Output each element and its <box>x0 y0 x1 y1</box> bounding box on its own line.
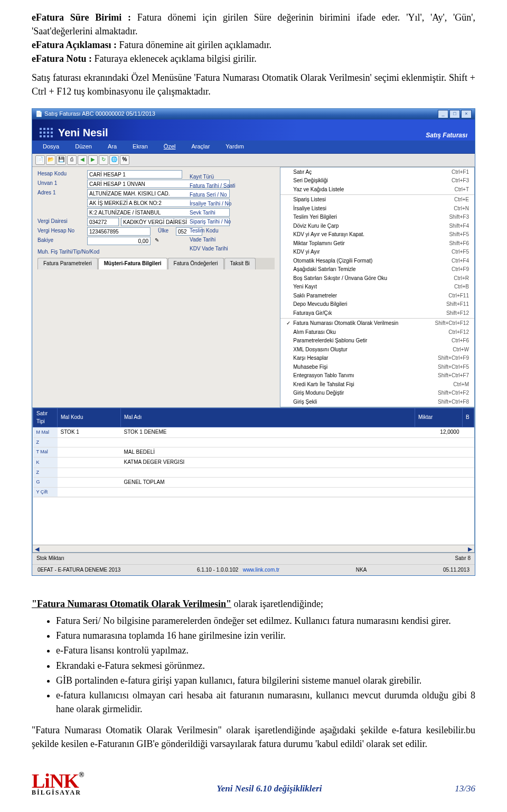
menu-dosya[interactable]: Dosya <box>43 143 59 151</box>
maximize-button[interactable]: □ <box>449 110 460 118</box>
table-row[interactable]: Z <box>33 437 474 447</box>
menu-araclar[interactable]: Araçlar <box>191 143 210 151</box>
ozel-menu-item[interactable]: Boş Satırları Sıkıştır / Ünvana Göre Oku… <box>280 274 474 283</box>
col-mal-adi[interactable]: Mal Adı <box>121 408 415 427</box>
col-miktar[interactable]: Miktar <box>415 408 463 427</box>
ozel-menu-item[interactable]: Faturaya Gir/ÇıkShift+F12 <box>280 309 474 318</box>
col-mal-kodu[interactable]: Mal Kodu <box>58 408 121 427</box>
ozel-menu-item[interactable]: Satır AçCtrl+F1 <box>280 168 474 177</box>
section-term: "Fatura Numarası Otomatik Olarak Verilme… <box>32 599 231 609</box>
status-bar: Stok Miktarı Satır 8 <box>32 553 475 564</box>
tab-parametreler[interactable]: Fatura Parametreleri <box>37 258 98 269</box>
minimize-button[interactable]: _ <box>438 110 448 118</box>
menu-ara[interactable]: Ara <box>108 143 117 151</box>
refresh-icon[interactable]: ↻ <box>99 155 108 165</box>
menu-duzen[interactable]: Düzen <box>75 143 92 151</box>
label-ulke: Ülke <box>153 227 174 235</box>
version-bar: 0EFAT - E-FATURA DENEME 2013 6.1.10 - 1.… <box>32 564 475 576</box>
ozel-menu-item[interactable]: Aşağıdaki Satırları TemizleCtrl+F9 <box>280 265 474 274</box>
menu-yardim[interactable]: Yardım <box>226 143 244 151</box>
footer-page: 13/36 <box>455 782 475 796</box>
label-vergid: Vergi Dairesi <box>37 218 85 226</box>
ver-left: 0EFAT - E-FATURA DENEME 2013 <box>37 566 120 574</box>
open-icon[interactable]: 📂 <box>46 155 55 165</box>
term-aciklama: eFatura Açıklaması : <box>32 40 117 50</box>
field-hesap[interactable]: CARİ HESAP 1 <box>87 170 182 179</box>
text-p3: Faturaya eklenecek açıklama bilgisi giri… <box>92 53 257 64</box>
ozel-menu-item[interactable]: Entegrasyon Tablo TanımıShift+Ctrl+F7 <box>280 371 474 380</box>
ozel-menu-item[interactable]: ✓Fatura Numarası Otomatik Olarak Verilme… <box>280 319 474 328</box>
intro-p1: eFatura Süre Birimi : Fatura dönemi için… <box>32 11 475 38</box>
logo-subtitle: BİLGİSAYAR <box>32 790 83 796</box>
ozel-menu-item[interactable]: Saklı ParametrelerCtrl+F11 <box>280 292 474 301</box>
ozel-menu-item[interactable]: Giriş Modunu DeğiştirShift+Ctrl+F2 <box>280 389 474 398</box>
tab-strip: Fatura Parametreleri Müşteri-Fatura Bilg… <box>37 258 275 269</box>
print-icon[interactable]: ⎙ <box>67 155 77 165</box>
intro-p2: eFatura Açıklaması : Fatura dönemine ait… <box>32 38 475 52</box>
ozel-menu-item[interactable]: Döviz Kuru ile ÇarpShift+F4 <box>280 222 474 231</box>
scroll-left-icon[interactable]: ◀ <box>35 545 39 552</box>
title-bar: 📄 Satış Faturası ABC 000000002 05/11/201… <box>32 109 475 119</box>
data-grid: Satır Tipi Mal Kodu Mal Adı Miktar B M M… <box>32 407 475 553</box>
pencil-icon[interactable]: ✎ <box>155 237 159 245</box>
ozel-menu-item[interactable]: Seri DeğişikliğiCtrl+F3 <box>280 176 474 185</box>
ozel-menu-item[interactable]: Depo Mevcudu BilgileriShift+F11 <box>280 300 474 309</box>
tab-taksit[interactable]: Taksit Bi <box>224 258 256 269</box>
table-row[interactable]: KKATMA DEGER VERGISI <box>33 458 474 468</box>
ozel-menu-item[interactable]: KDV yi AyırCtrl+F5 <box>280 248 474 257</box>
list-item: e-Fatura lisansı kontrolü yapılmaz. <box>56 643 475 657</box>
ozel-menu-item[interactable]: Yeni KayıtCtrl+B <box>280 283 474 292</box>
new-icon[interactable]: 📄 <box>35 155 45 165</box>
ozel-menu-item[interactable]: İrsaliye ListesiCtrl+N <box>280 204 474 213</box>
ozel-menu-item[interactable]: Giriş ŞekliShift+Ctrl+F8 <box>280 398 474 407</box>
percent-button[interactable]: % <box>120 155 129 165</box>
ozel-menu-item[interactable]: Alım Faturası OkuCtrl+F12 <box>280 328 474 337</box>
logo-text: LiNK <box>32 772 79 790</box>
window-title: Satış Faturası ABC 000000002 05/11/2013 <box>44 110 155 118</box>
scroll-right-icon[interactable]: ▶ <box>468 545 472 552</box>
field-vergino[interactable]: 1234567895 <box>87 227 151 236</box>
ozel-menu-item[interactable]: Karşı HesaplarShift+Ctrl+F9 <box>280 354 474 363</box>
menu-ozel[interactable]: Özel <box>164 143 176 151</box>
ozel-menu-item[interactable]: Kredi Kartı İle Tahsilat FişiCtrl+M <box>280 380 474 389</box>
form-panel: Hesap KoduCARİ HESAP 1 Unvan 1CARİ HESAP… <box>32 167 280 408</box>
label-fatura-serino: Fatura Seri / No <box>190 190 236 199</box>
col-b[interactable]: B <box>463 408 474 427</box>
ver-url[interactable]: www.link.com.tr <box>243 567 279 573</box>
ozel-menu-item[interactable]: Parametrelerdeki Şablonu GetirCtrl+F6 <box>280 337 474 346</box>
brand-subtitle: Satış Faturası <box>426 131 467 140</box>
ozel-menu-item[interactable]: Yaz ve Kağıda ListeleCtrl+T <box>280 185 474 194</box>
tab-ondegerler[interactable]: Fatura Öndeğerleri <box>168 258 224 269</box>
table-row[interactable]: Z <box>33 468 474 477</box>
menu-ekran[interactable]: Ekran <box>133 143 148 151</box>
table-row[interactable]: T MalMAL BEDELİ <box>33 447 474 458</box>
table-row[interactable]: M MalSTOK 1STOK 1 DENEME12,0000 <box>33 427 474 438</box>
ozel-menu-item[interactable]: Otomatik Hesapla (Çizgili Format)Ctrl+F4 <box>280 257 474 266</box>
section-tail: olarak işaretlendiğinde; <box>231 599 323 609</box>
ozel-menu-item[interactable]: Teslim Yeri BilgileriShift+F3 <box>280 213 474 222</box>
app-window: 📄 Satış Faturası ABC 000000002 05/11/201… <box>32 108 475 576</box>
tab-musteri[interactable]: Müşteri-Fatura Bilgileri <box>98 258 167 269</box>
ver-date: 05.11.2013 <box>443 566 470 574</box>
field-vergid-code[interactable]: 034272 <box>87 218 119 226</box>
col-satir-tipi[interactable]: Satır Tipi <box>33 408 58 427</box>
ver-mid: 6.1.10 - 1.0.0.102 <box>197 567 238 573</box>
window-icon: 📄 <box>35 110 43 118</box>
ozel-menu-item[interactable]: Muhasebe FişiShift+Ctrl+F5 <box>280 363 474 372</box>
field-bakiye[interactable]: 0,00 <box>87 237 151 245</box>
intro-p3: eFatura Notu : Faturaya eklenecek açıkla… <box>32 52 475 66</box>
ozel-menu-item[interactable]: Sipariş ListesiCtrl+E <box>280 195 474 204</box>
save-icon[interactable]: 💾 <box>57 155 66 165</box>
back-icon[interactable]: ◀ <box>78 155 87 165</box>
link-logo: LiNK® BİLGİSAYAR <box>32 772 83 796</box>
ozel-menu-item[interactable]: XML Dosyasını OluşturCtrl+W <box>280 346 474 354</box>
table-row[interactable]: Y Çift <box>33 488 474 497</box>
ozel-menu-item[interactable]: Miktar Toplamını GetirShift+F6 <box>280 239 474 248</box>
ozel-menu-item[interactable]: KDV yi Ayır ve Faturayı Kapat.Shift+F5 <box>280 230 474 239</box>
close-button[interactable]: × <box>461 110 472 118</box>
forward-icon[interactable]: ▶ <box>88 155 98 165</box>
footer-title: Yeni Nesil 6.10 değişiklikleri <box>83 782 455 796</box>
table-row[interactable]: GGENEL TOPLAM <box>33 477 474 488</box>
list-item: Ekrandaki e-Fatura sekmesi görünmez. <box>56 659 475 673</box>
world-icon[interactable]: 🌐 <box>109 155 119 165</box>
